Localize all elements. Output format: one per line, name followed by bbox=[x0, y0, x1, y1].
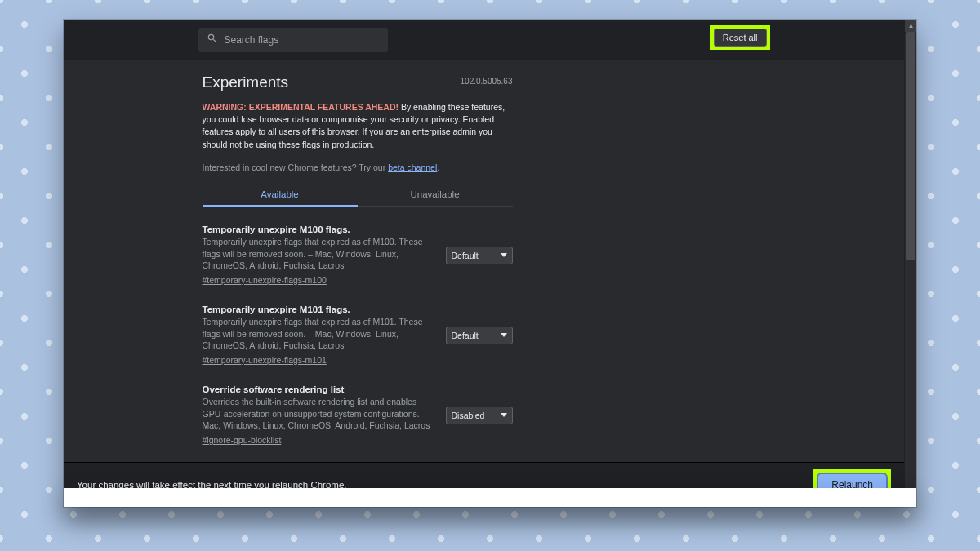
annotation-highlight-reset: Reset all bbox=[710, 25, 770, 50]
reset-all-button[interactable]: Reset all bbox=[714, 29, 767, 47]
tab-unavailable[interactable]: Unavailable bbox=[358, 184, 513, 206]
vertical-scrollbar[interactable]: ▲ ▼ bbox=[904, 20, 916, 507]
interest-prefix: Interested in cool new Chrome features? … bbox=[203, 162, 389, 172]
white-strip bbox=[64, 488, 916, 507]
search-icon bbox=[207, 33, 218, 47]
flag-title: Override software rendering list bbox=[203, 384, 433, 394]
version-text: 102.0.5005.63 bbox=[461, 77, 513, 86]
flag-anchor-link[interactable]: #temporary-unexpire-flags-m101 bbox=[203, 355, 327, 365]
interest-text: Interested in cool new Chrome features? … bbox=[203, 162, 513, 172]
flag-title: Temporarily unexpire M101 flags. bbox=[203, 304, 433, 314]
flag-title: Temporarily unexpire M100 flags. bbox=[203, 224, 433, 234]
scrollbar-thumb[interactable] bbox=[906, 32, 915, 260]
interest-suffix: . bbox=[437, 162, 439, 172]
top-bar: Reset all bbox=[64, 20, 904, 60]
browser-window: Reset all Experiments 102.0.5005.63 WARN… bbox=[64, 20, 916, 507]
warning-lead: WARNING: EXPERIMENTAL FEATURES AHEAD! bbox=[203, 102, 399, 112]
flag-description: Temporarily unexpire flags that expired … bbox=[203, 316, 433, 352]
flag-description: Temporarily unexpire flags that expired … bbox=[203, 236, 433, 272]
flag-row: Override software rendering listOverride… bbox=[203, 384, 513, 447]
page-viewport: Reset all Experiments 102.0.5005.63 WARN… bbox=[64, 20, 904, 462]
flag-description: Overrides the built-in software renderin… bbox=[203, 396, 433, 432]
scroll-up-icon[interactable]: ▲ bbox=[905, 20, 916, 32]
flag-row: Temporarily unexpire M100 flags.Temporar… bbox=[203, 224, 513, 287]
search-box[interactable] bbox=[198, 28, 388, 52]
tabs: Available Unavailable bbox=[203, 184, 513, 207]
flag-state-select[interactable]: Disabled bbox=[446, 407, 513, 424]
warning-text: WARNING: EXPERIMENTAL FEATURES AHEAD! By… bbox=[203, 101, 513, 151]
flag-state-select[interactable]: Default bbox=[446, 327, 513, 344]
flag-anchor-link[interactable]: #ignore-gpu-blocklist bbox=[203, 435, 282, 445]
search-input[interactable] bbox=[225, 34, 380, 46]
flag-state-select[interactable]: Default bbox=[446, 247, 513, 264]
beta-channel-link[interactable]: beta channel bbox=[388, 162, 437, 172]
flag-list: Temporarily unexpire M100 flags.Temporar… bbox=[203, 224, 513, 462]
tab-available[interactable]: Available bbox=[203, 184, 358, 207]
flag-row: Temporarily unexpire M101 flags.Temporar… bbox=[203, 304, 513, 367]
flag-anchor-link[interactable]: #temporary-unexpire-flags-m100 bbox=[203, 275, 327, 285]
